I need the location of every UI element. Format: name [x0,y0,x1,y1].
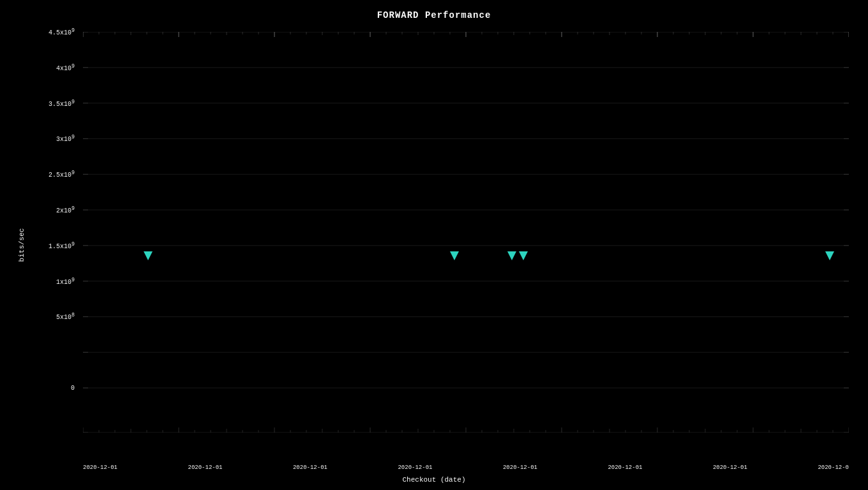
y-axis-label: bits/sec [18,228,26,262]
x-label-4: 2020-12-01 [398,464,432,471]
y-tick-4e9: 4x109 [56,63,75,72]
chart-container: FORWARD Performance bits/sec Checkout (d… [0,0,868,490]
data-point-1 [144,251,153,260]
y-tick-25e9: 2.5x109 [49,170,75,179]
x-axis-title: Checkout (date) [0,476,868,484]
y-tick-5e8: 5x108 [56,312,75,321]
x-label-2: 2020-12-01 [188,464,222,471]
x-label-1: 2020-12-01 [83,464,117,471]
x-label-3: 2020-12-01 [293,464,327,471]
data-point-2 [450,251,459,260]
x-label-5: 2020-12-01 [503,464,537,471]
y-tick-2e9: 2x109 [56,205,75,214]
data-point-3 [507,251,516,260]
y-ticks-container: 4.5x109 4x109 3.5x109 3x109 2.5x109 2x10… [26,32,80,433]
data-point-4 [519,251,528,260]
chart-svg [83,32,849,433]
y-tick-0: 0 [71,385,75,392]
y-tick-45e9: 4.5x109 [49,27,75,36]
y-tick-15e9: 1.5x109 [49,241,75,250]
x-label-8: 2020-12-0 [818,464,849,471]
x-label-7: 2020-12-01 [713,464,747,471]
x-labels-container: 2020-12-01 2020-12-01 2020-12-01 2020-12… [83,464,849,471]
x-label-6: 2020-12-01 [608,464,642,471]
data-point-5 [825,251,834,260]
y-tick-35e9: 3.5x109 [49,98,75,107]
y-tick-1e9: 1x109 [56,276,75,285]
chart-title: FORWARD Performance [0,10,868,20]
y-tick-3e9: 3x109 [56,134,75,143]
